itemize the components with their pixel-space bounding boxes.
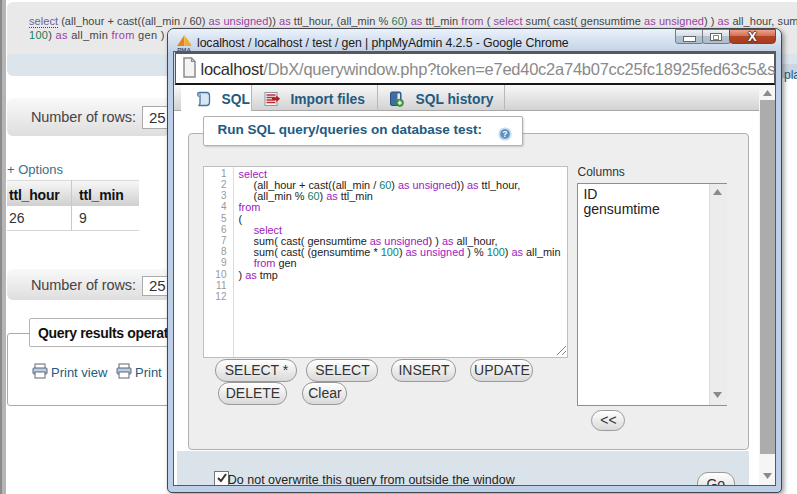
svg-text:?: ? — [502, 129, 507, 139]
